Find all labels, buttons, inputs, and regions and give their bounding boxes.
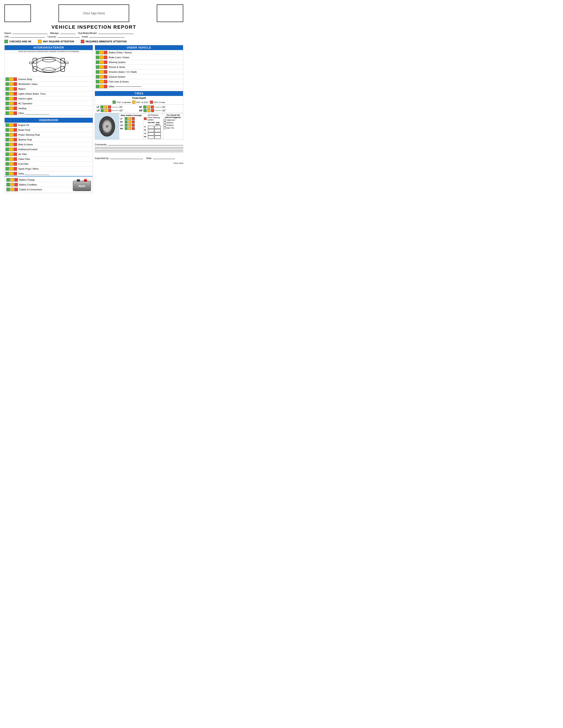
other-line[interactable]	[115, 86, 141, 87]
tires-section: TIRES Tread Depth 7/32" or greater 3/32"…	[95, 91, 183, 140]
red-square	[13, 157, 17, 161]
list-item: Cables & Connections	[6, 187, 70, 192]
tire-detail-row: Wear Pattern/ Damage LF RF LR	[95, 113, 183, 139]
lr-green	[101, 109, 104, 112]
email-field[interactable]	[89, 37, 124, 38]
left-column: INTERIOR/EXTERIOR NOTE ANY EXISTING EXTE…	[4, 45, 93, 193]
tread-legend-red: 2/32" or less	[150, 101, 165, 104]
item-label: Engine Oil	[18, 124, 29, 126]
comments-line-1[interactable]	[108, 145, 183, 145]
tread-red-sq	[150, 101, 153, 104]
check-squares	[96, 75, 107, 79]
header-box-left	[4, 4, 31, 22]
list-item: Fuel Filter	[5, 161, 93, 166]
check-squares	[6, 138, 17, 141]
rotation-label: Rotation	[167, 124, 174, 126]
yellow-square	[9, 102, 13, 105]
red-square	[14, 183, 18, 186]
item-label: Antifreeze/Coolant	[18, 148, 37, 151]
new-tire-checkbox[interactable]	[164, 127, 166, 129]
item-label: Shocks & Struts	[109, 66, 125, 68]
wear-lf-yellow	[128, 117, 131, 120]
lf-reading-line[interactable]	[112, 107, 118, 107]
pressure-rr-before[interactable]	[148, 136, 154, 139]
rf-label: RF	[139, 106, 142, 108]
check-squares	[6, 82, 17, 86]
wear-lr: LR	[120, 124, 142, 127]
item-label: Spark Plugs / Wires	[18, 167, 39, 170]
pressure-rf-before[interactable]	[148, 129, 154, 132]
comments-line-2[interactable]	[95, 147, 183, 147]
red-square	[13, 87, 17, 91]
license-field[interactable]	[58, 37, 80, 38]
balance-checkbox[interactable]	[164, 122, 166, 124]
item-label: Brakes (Pads / Shoes)	[109, 51, 132, 54]
pressure-rf-oemspec[interactable]	[154, 129, 161, 132]
red-square	[13, 111, 17, 115]
lf-unit: /32"	[119, 106, 123, 108]
form-row-name: Name: Mileage: Year/Make/Model:	[4, 32, 183, 34]
item-label: Exhaust System	[109, 75, 125, 78]
pressure-rr-label: RR	[144, 136, 147, 139]
rf-reading-line[interactable]	[154, 107, 161, 107]
battery-image: + Mighty	[72, 178, 92, 192]
item-label: Power Steering Fluid	[18, 133, 40, 136]
yellow-square	[9, 148, 13, 151]
pressure-rr-oemspec[interactable]	[154, 136, 161, 139]
balance-label: Balance	[167, 122, 173, 124]
pressure-lr-oemspec[interactable]	[154, 132, 161, 135]
right-column: UNDER VEHICLE Brakes (Pads / Shoes)	[95, 45, 183, 193]
diagram-note: NOTE ANY EXISTING EXTERIOR BODY DAMAGE O…	[5, 50, 93, 53]
pressure-lr-before[interactable]	[148, 132, 154, 135]
green-square	[6, 107, 9, 110]
air-pressure-col: Air Pressure TPMS Warning System BEFORE …	[143, 113, 163, 139]
check-squares	[6, 178, 18, 182]
red-square	[104, 65, 107, 69]
yellow-square	[100, 56, 103, 59]
battery-svg: + Mighty	[72, 178, 92, 192]
check-squares	[96, 85, 107, 88]
comments-line-5[interactable]	[95, 152, 183, 152]
tread-yellow-label: 3/32" to 6/32"	[136, 101, 148, 103]
tire-check-title: Tire Check/ OE Interval Suggests:	[164, 114, 182, 118]
check-squares	[6, 143, 17, 146]
lr-red	[108, 109, 111, 112]
wear-lf-red	[132, 117, 135, 120]
pressure-lr-label: LR	[144, 132, 147, 135]
check-squares	[6, 133, 17, 137]
item-label: Fuel Filter	[18, 163, 29, 165]
alignment-checkbox[interactable]	[164, 119, 166, 121]
yellow-square	[100, 80, 103, 83]
legend-red: REQUIRES IMMEDIATE ATTENTION	[81, 40, 127, 43]
name-field[interactable]	[12, 34, 48, 34]
list-item: Lights (Head, Brake, Turn)	[5, 91, 93, 96]
green-square	[6, 128, 9, 132]
list-item: Shocks & Struts	[95, 65, 183, 69]
item-label: Lights (Head, Brake, Turn)	[18, 92, 45, 95]
pressure-rf-label: RF	[144, 129, 147, 132]
red-square	[13, 128, 17, 132]
vin-field[interactable]	[10, 37, 45, 38]
pressure-lf-oemspec[interactable]	[154, 126, 161, 129]
pressure-lf-before[interactable]	[148, 126, 154, 129]
yellow-square	[100, 51, 103, 54]
year-make-model-field[interactable]	[98, 34, 133, 34]
svg-text:Mighty: Mighty	[78, 185, 86, 187]
comments-line-3[interactable]	[95, 149, 183, 149]
check-squares	[6, 162, 17, 166]
tread-green-sq	[113, 101, 116, 104]
lf-red	[108, 105, 111, 109]
tire-readings: LF /32" RF /32" LR	[95, 105, 183, 113]
check-squares	[96, 56, 107, 59]
oemspec-header: OEM SPEC	[154, 122, 161, 126]
form-number: Form #103	[95, 162, 183, 164]
rotation-checkbox[interactable]	[164, 124, 166, 126]
check-squares	[96, 60, 107, 64]
item-label: Steering System	[109, 61, 126, 64]
underhood-items: Engine Oil Brake Fluid	[5, 123, 93, 176]
pressure-grid: BEFORE OEM SPEC LF RF LR RR	[144, 122, 162, 139]
list-item: Other ___________________	[5, 111, 93, 116]
red-square	[104, 60, 107, 64]
mileage-field[interactable]	[60, 34, 75, 34]
red-square	[14, 188, 18, 191]
